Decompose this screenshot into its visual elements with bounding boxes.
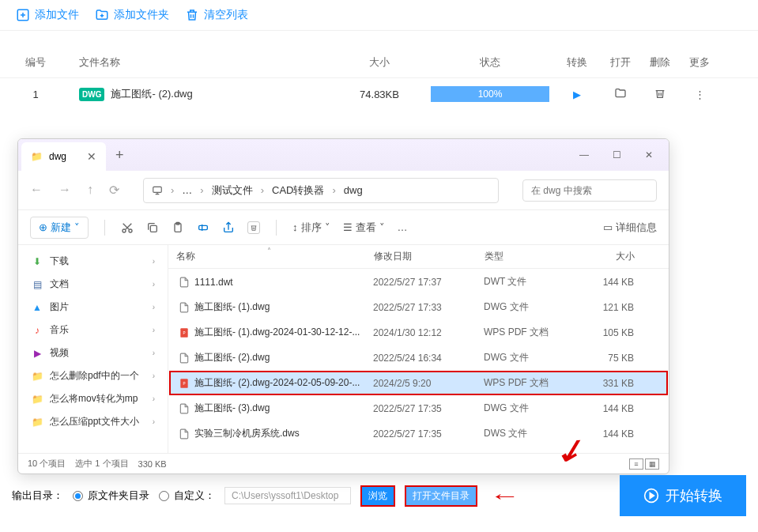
sidebar-item-icon: ▲ [31, 301, 43, 314]
file-name: 施工图纸- (1).dwg [194, 300, 270, 314]
file-row[interactable]: 施工图纸- (3).dwg2022/5/27 17:35DWG 文件144 KB [169, 396, 668, 421]
sidebar-item[interactable]: ♪音乐› [18, 319, 168, 341]
radio-original-input[interactable] [73, 491, 83, 501]
fl-type-header[interactable]: 类型 [485, 250, 579, 263]
details-button[interactable]: ▭ 详细信息 [603, 221, 657, 235]
explorer-tab[interactable]: 📁 dwg ✕ [21, 142, 106, 171]
file-row[interactable]: 施工图纸- (2).dwg2022/5/24 16:34DWG 文件75 KB [169, 345, 668, 370]
file-name: 施工图纸- (1).dwg-2024-01-30-12-12-... [194, 326, 360, 339]
sidebar-item[interactable]: 📁怎么删除pdf中的一个› [18, 364, 168, 387]
list-view-button[interactable]: ≡ [629, 458, 643, 470]
generic-file-icon [179, 277, 190, 288]
row-filename: 施工图纸- (2).dwg [111, 87, 192, 101]
file-name-cell: P施工图纸- (1).dwg-2024-01-30-12-12-... [179, 326, 373, 339]
file-type: DWG 文件 [484, 351, 579, 364]
browse-button[interactable]: 浏览 [360, 485, 395, 507]
sidebar-item[interactable]: ▲图片› [18, 296, 168, 319]
radio-original[interactable]: 原文件夹目录 [73, 489, 149, 503]
more-button[interactable]: ⋮ [680, 89, 719, 100]
new-button[interactable]: ⊕ 新建 ˅ [30, 217, 89, 239]
file-row[interactable]: P施工图纸- (2).dwg-2024-02-05-09-20-...2024/… [169, 371, 668, 395]
bottom-bar: 输出目录： 原文件夹目录 自定义： C:\Users\yssoft1\Deskt… [12, 475, 746, 516]
file-name-cell: 施工图纸- (1).dwg [179, 300, 373, 314]
add-folder-label: 添加文件夹 [114, 8, 169, 22]
file-date: 2022/5/27 17:35 [373, 403, 484, 414]
delete-button[interactable] [640, 87, 680, 102]
file-size: 75 KB [579, 353, 634, 364]
start-label: 开始转换 [666, 486, 722, 505]
file-row[interactable]: 施工图纸- (1).dwg2022/5/27 17:33DWG 文件121 KB [169, 295, 668, 319]
new-tab-button[interactable]: + [115, 147, 124, 164]
sort-label: 排序 [301, 221, 322, 235]
file-row[interactable]: 1111.dwt2022/5/27 17:37DWT 文件144 KB [169, 270, 668, 294]
sidebar-item-icon: ▶ [31, 347, 43, 360]
sidebar-item[interactable]: 📁怎么压缩ppt文件大小› [18, 410, 168, 433]
sidebar-item-label: 视频 [50, 346, 69, 360]
dwg-badge: DWG [79, 88, 104, 101]
explorer-search-input[interactable] [522, 179, 657, 202]
col-status-header: 状态 [427, 55, 553, 70]
share-icon[interactable] [222, 221, 235, 234]
col-open-header: 打开 [601, 55, 640, 70]
breadcrumb-1[interactable]: 测试文件 [212, 183, 253, 198]
maximize-button[interactable]: ☐ [613, 149, 621, 160]
breadcrumb-ellipsis[interactable]: … [182, 184, 192, 196]
sidebar-item[interactable]: ▶视频› [18, 341, 168, 364]
refresh-button[interactable]: ⟳ [109, 183, 119, 198]
delete-tb-icon[interactable] [247, 221, 260, 234]
sort-button[interactable]: ↕ 排序 ˅ [292, 221, 330, 235]
sidebar-item-label: 图片 [50, 300, 69, 314]
table-row[interactable]: 1 DWG 施工图纸- (2).dwg 74.83KB 100% ▶ ⋮ [0, 78, 758, 110]
breadcrumb-sep: › [171, 184, 174, 196]
cut-icon[interactable] [121, 221, 134, 234]
start-convert-button[interactable]: 开始转换 [620, 475, 746, 516]
generic-file-icon [179, 403, 190, 414]
radio-custom-input[interactable] [159, 491, 169, 501]
minimize-button[interactable]: — [579, 149, 589, 160]
row-name-cell: DWG 施工图纸- (2).dwg [55, 87, 332, 101]
tab-close-button[interactable]: ✕ [87, 150, 96, 163]
more-tb-button[interactable]: … [398, 221, 408, 233]
breadcrumb-2[interactable]: CAD转换器 [272, 183, 324, 198]
open-dir-button[interactable]: 打开文件目录 [405, 485, 477, 507]
clear-list-label: 清空列表 [204, 8, 248, 22]
sidebar-item[interactable]: ▤文档› [18, 273, 168, 296]
chevron-icon: › [153, 280, 155, 289]
sidebar-item[interactable]: 📁怎么将mov转化为mp› [18, 387, 168, 410]
breadcrumb-3[interactable]: dwg [344, 184, 363, 196]
svg-text:P: P [183, 330, 185, 334]
copy-icon[interactable] [146, 221, 159, 234]
file-size: 144 KB [579, 428, 634, 440]
path-display: C:\Users\yssoft1\Desktop [224, 487, 351, 504]
file-name: 施工图纸- (3).dwg [194, 402, 270, 415]
open-button[interactable] [601, 87, 640, 102]
back-button[interactable]: ← [30, 183, 43, 198]
explorer-window: 📁 dwg ✕ + — ☐ ✕ ← → ↑ ⟳ › … › 测试文件 › CAD… [17, 138, 669, 474]
sidebar-item-label: 文档 [50, 277, 69, 291]
rename-icon[interactable] [197, 221, 209, 234]
sidebar-item-label: 音乐 [50, 323, 69, 337]
grid-view-button[interactable]: ▦ [645, 458, 659, 470]
file-size: 144 KB [579, 277, 634, 288]
sidebar-item[interactable]: ⬇下载› [18, 250, 168, 273]
forward-button[interactable]: → [58, 183, 71, 198]
fl-name-header[interactable]: 名称 [176, 250, 374, 263]
radio-custom[interactable]: 自定义： [159, 489, 215, 503]
add-file-button[interactable]: 添加文件 [16, 8, 79, 22]
clear-list-button[interactable]: 清空列表 [185, 8, 248, 22]
status-size: 330 KB [138, 459, 167, 469]
add-folder-button[interactable]: 添加文件夹 [95, 8, 169, 22]
pdf-file-icon: P [179, 327, 190, 338]
paste-icon[interactable] [172, 221, 184, 234]
convert-button[interactable]: ▶ [553, 89, 601, 100]
file-row[interactable]: P施工图纸- (1).dwg-2024-01-30-12-12-...2024/… [169, 320, 668, 345]
file-type: DWT 文件 [484, 275, 579, 289]
view-button[interactable]: ☰ 查看 ˅ [343, 221, 385, 235]
tab-title: dwg [49, 151, 66, 162]
file-row[interactable]: 实验三制冷机房系统.dws2022/5/27 17:35DWS 文件144 KB [169, 421, 668, 446]
fl-size-header[interactable]: 大小 [579, 250, 635, 263]
fl-date-header[interactable]: 修改日期 [374, 250, 485, 263]
breadcrumb[interactable]: › … › 测试文件 › CAD转换器 › dwg [143, 178, 499, 203]
up-button[interactable]: ↑ [87, 183, 93, 198]
close-window-button[interactable]: ✕ [645, 149, 653, 160]
